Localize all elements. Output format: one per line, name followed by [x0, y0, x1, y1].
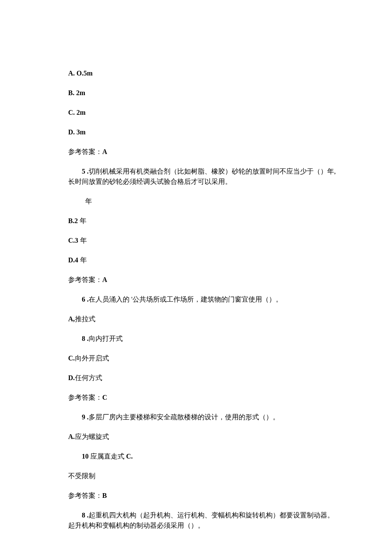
q5-option-d-label: D.4 [68, 256, 78, 264]
q6-option-b-label: 8 . [82, 335, 89, 342]
q6-option-d-text: 任何方式 [75, 374, 102, 381]
q5-option-b-unit: 年 [78, 217, 86, 224]
q7-answer-value: B [102, 492, 107, 499]
q6-option-b: 8 .向内打开式 [68, 334, 337, 344]
q7-stem: 9 .多层厂房内主要楼梯和安全疏散楼梯的设计，使用的形式（）。 [68, 412, 337, 422]
q7-option-a-text: 应为螺旋式 [75, 433, 109, 440]
q7-option-c-text: 不受限制 [68, 472, 95, 479]
q5-stem: 5 .切削机械采用有机类融合剂（比如树脂、橡胶）砂轮的放置时间不应当少于（）年,… [68, 166, 337, 187]
q6-option-a-text: 推拉式 [75, 315, 95, 323]
q4-answer-label: 参考答案： [68, 148, 102, 155]
q4-option-d: D. 3m [68, 127, 337, 137]
q6-option-d: D.任何方式 [68, 373, 337, 383]
q4-option-d-text: D. 3m [68, 128, 86, 136]
q5-option-b-label: B.2 [68, 217, 78, 224]
q6-option-c: C.向外开启式 [68, 353, 337, 363]
q7-number: 9 . [82, 413, 89, 421]
q6-text: 在人员涌入的 '公共场所或工作场所，建筑物的门窗宜使用（）。 [89, 296, 282, 303]
q6-answer: 参考答案：C [68, 392, 337, 403]
q6-answer-value: C [102, 394, 107, 401]
q5-option-a: 年 [68, 196, 337, 206]
q7-option-a-label: A. [68, 433, 75, 440]
q5-option-c-unit: 年 [78, 237, 87, 244]
q5-option-c: C.3 年 [68, 235, 337, 246]
q4-option-c: C. 2m [68, 108, 337, 118]
q6-option-a: A,推拉式 [68, 314, 337, 324]
q4-answer-value: A [102, 148, 107, 155]
q4-answer: 参考答案：A [68, 147, 337, 157]
q5-answer-value: A [102, 276, 107, 283]
q7-answer: 参考答案：B [68, 491, 337, 501]
q8-text: 起重机四大机构（起升机构、运行机构、变幅机构和旋转机构）都要设置制动器。起升机构… [68, 511, 334, 529]
document-page: A. O.5m B. 2m C. 2m D. 3m 参考答案：A 5 .切削机械… [0, 0, 392, 555]
q6-answer-label: 参考答案： [68, 394, 102, 401]
q5-answer: 参考答案：A [68, 275, 337, 285]
q5-option-d: D.4 年 [68, 255, 337, 265]
q7-option-c: 不受限制 [68, 471, 337, 481]
q4-option-b: B. 2m [68, 88, 337, 98]
q5-option-b: B.2 年 [68, 216, 337, 226]
q7-option-b-trail: C. [126, 453, 133, 460]
q7-option-b-label: 10 [82, 453, 89, 460]
q8-number: 8 . [82, 511, 89, 519]
q4-option-b-text: B. 2m [68, 89, 85, 96]
q6-option-d-label: D. [68, 374, 75, 381]
q4-option-c-text: C. 2m [68, 109, 86, 116]
q7-answer-label: 参考答案： [68, 492, 102, 499]
q4-option-a: A. O.5m [68, 68, 337, 78]
q5-option-a-text: 年 [85, 198, 92, 205]
q7-option-b-text: 应属直走式 [89, 453, 126, 460]
q6-option-a-label: A, [68, 315, 75, 323]
q6-number: 6 . [82, 296, 89, 303]
q8-stem: 8 .起重机四大机构（起升机构、运行机构、变幅机构和旋转机构）都要设置制动器。起… [68, 510, 337, 531]
q6-option-c-text: 向外开启式 [75, 355, 109, 362]
q6-stem: 6 .在人员涌入的 '公共场所或工作场所，建筑物的门窗宜使用（）。 [68, 294, 337, 305]
q7-option-a: A.应为螺旋式 [68, 432, 337, 442]
q6-option-c-label: C. [68, 355, 75, 362]
q6-option-b-text: 向内打开式 [89, 335, 123, 342]
q5-text: 切削机械采用有机类融合剂（比如树脂、橡胶）砂轮的放置时间不应当少于（）年, 长时… [68, 168, 336, 185]
q5-option-d-unit: 年 [78, 256, 87, 264]
q7-text: 多层厂房内主要楼梯和安全疏散楼梯的设计，使用的形式（）。 [89, 413, 280, 421]
q5-answer-label: 参考答案： [68, 276, 102, 283]
q7-option-b: 10 应属直走式 C. [68, 451, 337, 462]
q4-option-a-text: A. O.5m [68, 70, 92, 77]
q5-number: 5 . [82, 168, 89, 175]
q5-option-c-label: C.3 [68, 237, 78, 244]
